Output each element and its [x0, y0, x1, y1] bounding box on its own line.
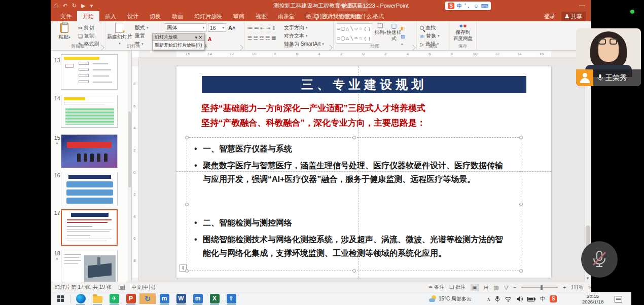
zoom-slider[interactable]	[521, 287, 558, 288]
tab-雨课堂[interactable]: 雨课堂	[272, 11, 300, 21]
shape-icon[interactable]: {	[365, 36, 366, 41]
tab-插入[interactable]: 插入	[99, 11, 122, 21]
font-size-combo[interactable]: 16▾	[208, 23, 226, 32]
shape-icon[interactable]: ◯	[341, 36, 345, 41]
normal-view-icon[interactable]: ▣	[471, 284, 479, 291]
tray-battery-icon[interactable]	[527, 297, 535, 301]
resize-handle-w[interactable]	[185, 203, 189, 206]
slideshow-view-icon[interactable]: ▽	[504, 284, 508, 291]
shape-icon[interactable]: ⇨	[354, 26, 358, 31]
arrange-button[interactable]: ❏排列▾	[373, 23, 387, 36]
horizontal-ruler[interactable]: 1614121086420246810121416	[139, 51, 584, 57]
sogou-icon[interactable]: S	[448, 3, 454, 9]
taskbar-app-blue2-icon[interactable]: m	[191, 293, 204, 304]
keyboard-icon[interactable]: ⌨	[481, 3, 488, 9]
next-slide-icon[interactable]: ▼	[585, 276, 591, 281]
notes-toggle[interactable]: ≐ 备注	[428, 284, 444, 291]
tab-文件[interactable]: 文件	[55, 11, 77, 21]
slide-body-text[interactable]: •一、智慧医疗仪器与系统 •聚焦数字医疗与智慧医疗，涵盖生理信号处理、医疗仪器软…	[194, 142, 509, 260]
replace-button[interactable]: ab替换▾	[420, 32, 439, 40]
shape-icon[interactable]: {	[365, 26, 366, 31]
align-text-button[interactable]: 对齐文本▾	[284, 32, 308, 40]
slide-counter[interactable]: 幻灯片 第 17 张, 共 19 张	[55, 284, 112, 291]
tab-幻灯片放映[interactable]: 幻灯片放映	[189, 11, 228, 21]
shape-icon[interactable]: △	[346, 36, 349, 41]
tray-ime-indicator[interactable]: 中	[540, 295, 545, 302]
resize-handle-n[interactable]	[352, 136, 356, 139]
tab-设计[interactable]: 设计	[122, 11, 144, 21]
align-buttons[interactable]: ☰ ☱ ☲ ☴ ▦	[247, 33, 276, 42]
tell-me-label[interactable]: 告诉我您想要做什么...	[321, 13, 376, 20]
tray-wifi-icon[interactable]	[505, 296, 512, 302]
zoom-in-button[interactable]: +	[563, 285, 566, 290]
resize-handle-e[interactable]	[519, 203, 523, 206]
thumbnail-slide-14[interactable]	[61, 95, 118, 128]
restart-slideshow-item[interactable]: 重新开始幻灯片放映(R)	[152, 41, 205, 50]
shape-icon[interactable]: }	[369, 36, 370, 41]
thumbnail-slide-15[interactable]	[61, 134, 118, 168]
thumbnail-slide-16[interactable]	[61, 172, 118, 206]
taskbar-meeting-app-icon-active[interactable]: ↻	[139, 293, 156, 304]
ime-punct[interactable]: ’，	[464, 3, 471, 10]
sorter-view-icon[interactable]: ⊞	[484, 284, 488, 291]
shape-icon[interactable]: ☆	[359, 26, 363, 31]
shape-icon[interactable]: ╲	[350, 26, 353, 31]
taskbar-app-green-icon[interactable]: ✈	[108, 293, 121, 304]
login-button[interactable]: 登录	[544, 13, 555, 20]
dropdown-icon[interactable]: ▾	[195, 35, 197, 40]
tray-mic-icon[interactable]	[495, 295, 500, 302]
copy-button[interactable]: ❏复制	[78, 32, 94, 40]
close-mini-icon[interactable]: ✕	[198, 35, 202, 40]
minimize-button[interactable]: —	[574, 0, 591, 11]
taskbar-explorer-icon[interactable]	[91, 293, 104, 304]
layout-button[interactable]: 版式▾	[135, 24, 149, 32]
share-button[interactable]: 共享	[561, 12, 586, 21]
shape-icon[interactable]: ╲	[350, 36, 353, 41]
taskbar-app-blue-icon[interactable]: m	[158, 293, 171, 304]
ime-toolbar[interactable]: S 中 ’， ☺ ⌨	[445, 2, 491, 10]
find-button[interactable]: 查找	[420, 24, 436, 32]
tray-sogou-icon[interactable]: S	[550, 295, 557, 302]
zoom-out-button[interactable]: −	[513, 285, 516, 290]
shape-outline-button[interactable]: ▨	[401, 32, 405, 40]
tab-切换[interactable]: 切换	[144, 11, 166, 21]
shape-icon[interactable]: ◯	[341, 26, 345, 31]
quick-styles-button[interactable]: ▢快速样式	[386, 23, 402, 42]
resize-handle-sw[interactable]	[185, 269, 189, 273]
resize-handle-ne[interactable]	[519, 136, 523, 139]
resize-handle-s[interactable]	[352, 269, 356, 273]
tray-expand-icon[interactable]: ∧	[487, 296, 490, 302]
thumbnail-slide-13[interactable]	[61, 54, 118, 90]
zoom-level[interactable]: 111%	[571, 285, 583, 290]
thumbnail-scrollbar[interactable]	[128, 51, 131, 282]
taskbar-netdisk-icon[interactable]: ⇧	[225, 293, 238, 304]
cut-button[interactable]: ✂剪切	[78, 24, 94, 32]
mute-microphone-button[interactable]	[581, 241, 618, 278]
shape-fill-button[interactable]: ◧	[401, 24, 405, 32]
shape-icon[interactable]: ▭	[337, 26, 341, 31]
taskbar-edge-icon[interactable]	[74, 293, 87, 304]
save-to-netdisk-button[interactable]: ●● 保存到百度网盘	[451, 23, 475, 42]
list-buttons[interactable]: ≔ ≕ ⇤ ⇥ ⇕	[247, 24, 276, 32]
grow-font-button[interactable]: A˄	[228, 24, 235, 32]
action-center-button[interactable]	[615, 292, 622, 305]
slide[interactable]: 三、专业建设规划 坚持“基础能力—方向深化—产业适配”三段式人才培养模式 坚持“…	[176, 66, 551, 278]
tab-开始[interactable]: 开始	[77, 11, 99, 21]
reading-view-icon[interactable]: ▥	[494, 284, 499, 291]
shape-icon[interactable]: ▭	[337, 36, 341, 41]
shape-icon[interactable]: }	[369, 26, 370, 31]
tray-volume-icon[interactable]	[516, 296, 523, 302]
font-family-combo[interactable]: 黑体▾	[165, 23, 206, 32]
tab-审阅[interactable]: 审阅	[228, 11, 250, 21]
weather-widget[interactable]: 15°C 局部多云	[429, 292, 472, 305]
slide-intro-text[interactable]: 坚持“基础能力—方向深化—产业适配”三段式人才培养模式 坚持“产教融合、科教融合…	[201, 101, 533, 130]
language-indicator[interactable]: 中文(中国)	[132, 284, 156, 291]
shape-icon[interactable]: ⇨	[354, 36, 358, 41]
smiley-icon[interactable]: ☺	[474, 3, 479, 9]
shape-icon[interactable]: ☆	[359, 36, 363, 41]
ime-mode[interactable]: 中	[457, 3, 462, 10]
taskbar-powerpoint-icon[interactable]: P	[124, 293, 137, 304]
font-color-button[interactable]: A	[208, 36, 211, 42]
taskbar-clock[interactable]: 20:15 2026/1/18	[582, 292, 603, 305]
slide-title-banner[interactable]: 三、专业建设规划	[202, 76, 526, 93]
